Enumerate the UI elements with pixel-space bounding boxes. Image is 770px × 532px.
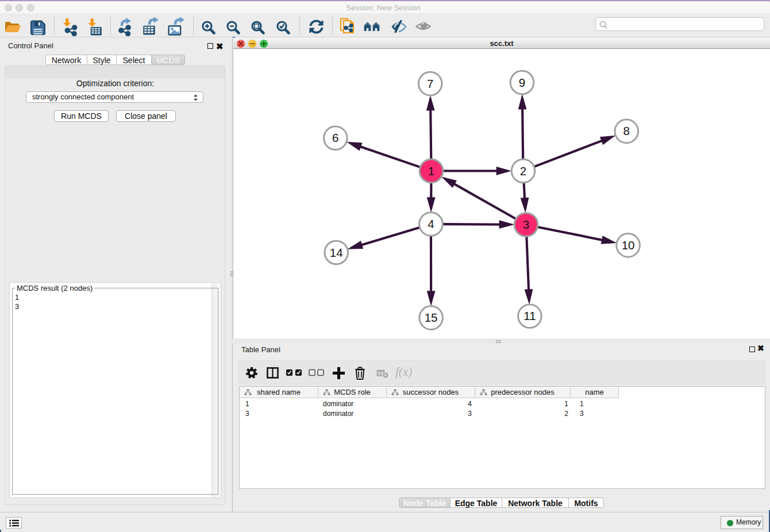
svg-text:9: 9	[519, 76, 525, 89]
svg-text:2: 2	[520, 164, 526, 178]
svg-text:1: 1	[428, 164, 434, 178]
svg-text:10: 10	[622, 238, 635, 252]
svg-text:8: 8	[623, 124, 630, 137]
svg-text:6: 6	[332, 131, 338, 144]
svg-text:7: 7	[427, 77, 433, 90]
svg-text:14: 14	[330, 246, 343, 259]
svg-text:11: 11	[523, 309, 536, 322]
svg-text:3: 3	[523, 218, 529, 231]
svg-text:15: 15	[425, 311, 438, 324]
svg-text:4: 4	[428, 217, 434, 230]
